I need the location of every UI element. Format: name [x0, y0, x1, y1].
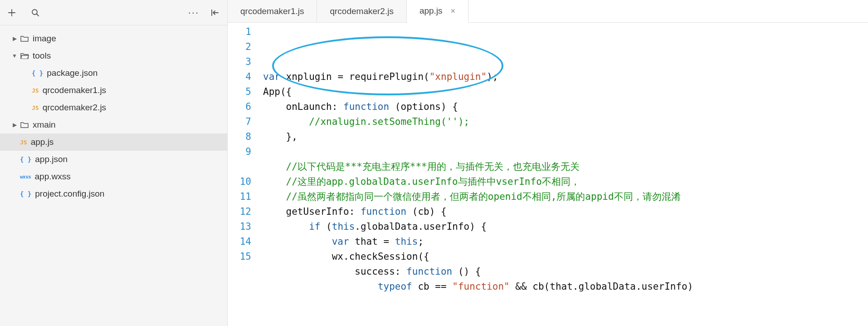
line-number: 1: [228, 25, 251, 40]
file-tree: ▶image▼tools{ }package.jsonJSqrcodemaker…: [0, 25, 227, 326]
js-file-icon: JS: [32, 104, 39, 111]
editor-tabs: qrcodemaker1.jsqrcodemaker2.jsapp.js×: [228, 0, 868, 23]
line-number: 8: [228, 129, 251, 144]
tree-item-qrcodemaker2-js[interactable]: JSqrcodemaker2.js: [0, 99, 227, 116]
folder-open-icon: [20, 51, 29, 60]
tree-item-label: app.js: [31, 137, 54, 147]
line-number: 6: [228, 99, 251, 114]
search-icon[interactable]: [31, 8, 40, 17]
new-file-icon[interactable]: [7, 8, 16, 17]
tree-item-image[interactable]: ▶image: [0, 30, 227, 47]
close-icon[interactable]: ×: [451, 6, 456, 16]
tree-item-project-config-json[interactable]: { }project.config.json: [0, 185, 227, 203]
tree-item-label: image: [33, 34, 56, 44]
tree-item-label: package.json: [47, 68, 98, 78]
svg-point-0: [32, 10, 37, 15]
line-number: 3: [228, 54, 251, 69]
tree-item-package-json[interactable]: { }package.json: [0, 64, 227, 82]
code-line[interactable]: //这里的app.globalData.userInfo与插件中vserInfo…: [263, 174, 868, 189]
line-number: 15: [228, 249, 251, 264]
tab-qrcodemaker1-js[interactable]: qrcodemaker1.js: [228, 0, 317, 22]
line-number: 12: [228, 204, 251, 219]
line-number: 9: [228, 144, 251, 174]
code-line[interactable]: if (this.globalData.userInfo) {: [263, 219, 868, 234]
code-line[interactable]: success: function () {: [263, 264, 868, 279]
code-line[interactable]: getUserInfo: function (cb) {: [263, 204, 868, 219]
code-line[interactable]: },: [263, 129, 868, 144]
chevron-right-icon[interactable]: ▶: [11, 122, 18, 128]
code-line[interactable]: wx.checkSession({: [263, 249, 868, 264]
tree-item-label: project.config.json: [35, 189, 104, 199]
code-editor[interactable]: 123456789101112131415 var xnplugin = req…: [228, 23, 868, 326]
folder-icon: [20, 34, 29, 43]
js-file-icon: JS: [32, 87, 39, 94]
chevron-right-icon[interactable]: ▶: [11, 35, 18, 42]
line-number: 5: [228, 84, 251, 99]
collapse-sidebar-icon[interactable]: [210, 8, 220, 18]
tree-item-label: xmain: [33, 120, 56, 130]
line-number: 2: [228, 40, 251, 54]
tab-label: qrcodemaker1.js: [240, 6, 304, 16]
line-number: 10: [228, 174, 251, 189]
js-file-icon: JS: [20, 139, 27, 146]
tree-item-label: app.wxss: [35, 172, 71, 182]
tab-label: qrcodemaker2.js: [330, 6, 393, 16]
tree-item-label: qrcodemaker2.js: [43, 103, 106, 113]
editor-main: qrcodemaker1.jsqrcodemaker2.jsapp.js× 12…: [228, 0, 868, 326]
tree-item-qrcodemaker1-js[interactable]: JSqrcodemaker1.js: [0, 82, 227, 99]
code-line[interactable]: App({: [263, 84, 868, 99]
code-line[interactable]: onLaunch: function (options) {: [263, 99, 868, 114]
tree-item-label: qrcodemaker1.js: [43, 85, 106, 95]
line-number: 11: [228, 189, 251, 204]
line-number: 13: [228, 219, 251, 234]
tree-item-app-json[interactable]: { }app.json: [0, 151, 227, 168]
folder-icon: [20, 120, 29, 129]
tree-item-label: tools: [33, 51, 51, 61]
tab-qrcodemaker2-js[interactable]: qrcodemaker2.js: [317, 0, 406, 22]
tab-label: app.js: [419, 6, 443, 16]
tree-item-app-wxss[interactable]: wxssapp.wxss: [0, 168, 227, 185]
line-gutter: 123456789101112131415: [228, 23, 263, 326]
tab-app-js[interactable]: app.js×: [407, 0, 468, 23]
tree-item-tools[interactable]: ▼tools: [0, 47, 227, 64]
more-icon[interactable]: ···: [188, 7, 199, 19]
json-file-icon: { }: [20, 190, 31, 198]
line-number: 14: [228, 234, 251, 249]
json-file-icon: { }: [32, 69, 43, 77]
line-number: 4: [228, 69, 251, 84]
tree-item-label: app.json: [35, 154, 68, 164]
code-line[interactable]: //以下代码是***充电主程序***用的，与插件无关，也充电业务无关: [263, 159, 868, 174]
code-line[interactable]: //xnalugin.setSomeThing('');: [263, 114, 868, 129]
chevron-down-icon[interactable]: ▼: [11, 53, 18, 59]
json-file-icon: { }: [20, 156, 31, 163]
sidebar-toolbar: ···: [0, 0, 227, 25]
code-line[interactable]: [263, 144, 868, 159]
wxss-file-icon: wxss: [20, 174, 31, 180]
file-explorer-sidebar: ··· ▶image▼tools{ }package.jsonJSqrcodem…: [0, 0, 228, 326]
code-content[interactable]: var xnplugin = requirePlugin("xnplugin")…: [263, 23, 868, 326]
tree-item-xmain[interactable]: ▶xmain: [0, 116, 227, 133]
line-number: 7: [228, 114, 251, 129]
code-line[interactable]: //虽然两者都指向同一个微信使用者，但两者的openid不相同,所属的appid…: [263, 189, 868, 204]
code-line[interactable]: var that = this;: [263, 234, 868, 249]
code-line[interactable]: var xnplugin = requirePlugin("xnplugin")…: [263, 69, 868, 84]
code-line[interactable]: typeof cb == "function" && cb(that.globa…: [263, 279, 868, 294]
tree-item-app-js[interactable]: JSapp.js: [0, 133, 227, 151]
